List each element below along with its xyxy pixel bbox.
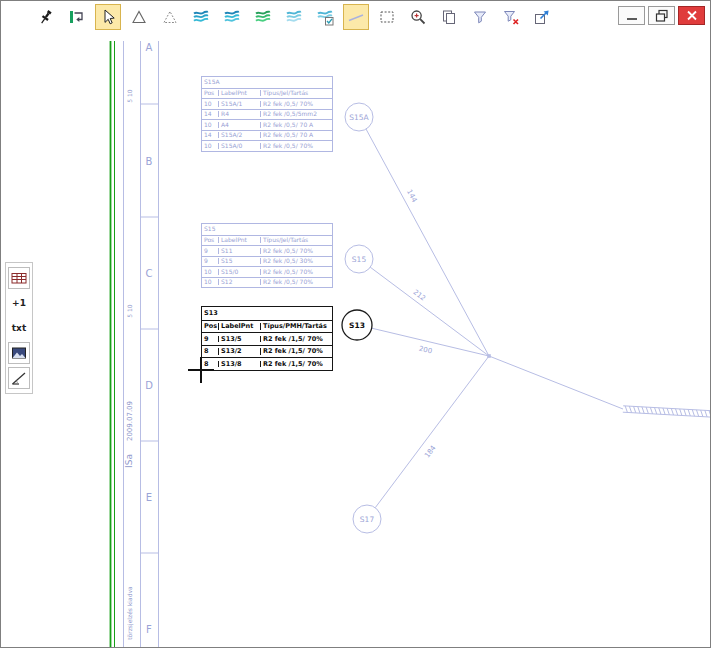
zone-label: D (145, 380, 153, 391)
table-cell: Pos (202, 323, 218, 330)
cable-edge-0[interactable] (366, 129, 489, 356)
table-header-row: PosLabelPntTípus/Jel/Tartás (202, 88, 332, 99)
triangle-outline-tool[interactable] (157, 4, 183, 30)
duct-hatch-tick (638, 407, 640, 414)
cursor-icon (98, 7, 118, 27)
table-cell: R2 fek /1,5/ 70% (260, 348, 332, 355)
surfaces-tool-1[interactable] (188, 4, 214, 30)
table-title: S15 (202, 224, 332, 235)
schematic-svg: ABCDEF5 105 102009.07.09ISatörzsjelzés k… (1, 1, 711, 648)
table-header-row: PosLabelPntTípus/Jel/Tartás (202, 235, 332, 246)
win-close-icon (682, 6, 702, 26)
triangle-tool[interactable] (126, 4, 152, 30)
filter-icon (470, 7, 490, 27)
table-cell: 9 (202, 258, 218, 264)
table-cell: Típus/PMH/Tartás (260, 323, 332, 330)
line-tool[interactable] (343, 4, 369, 30)
tool-palette: +1txt (5, 262, 33, 394)
duct-hatch-tick (650, 407, 652, 414)
table-cell: R2 fek /0,5/ 70% (260, 279, 332, 285)
table-cell: S15A/2 (218, 132, 260, 138)
plus-one-tool[interactable]: +1 (8, 292, 30, 314)
image-tool[interactable] (8, 342, 30, 364)
node-label-S15: S15 (352, 255, 367, 264)
cable-edge-4[interactable] (489, 356, 623, 409)
triangle-dotted-icon (160, 7, 180, 27)
duct-hatch-tick (671, 408, 673, 415)
table-cell: 8 (202, 361, 218, 368)
copy-tool[interactable] (436, 4, 462, 30)
duct-hatch-tick (705, 410, 707, 417)
text-tool[interactable]: txt (8, 317, 30, 339)
table-row: 9S15R2 fek /0,5/ 30% (202, 256, 332, 267)
filter-tool[interactable] (467, 4, 493, 30)
surfaces-tool-3[interactable] (250, 4, 276, 30)
table-row: 10S15/0R2 fek /0,5/ 70% (202, 266, 332, 277)
layers-check-icon (315, 7, 335, 27)
filter-x-icon (501, 7, 521, 27)
drawing-canvas[interactable]: ABCDEF5 105 102009.07.09ISatörzsjelzés k… (1, 1, 710, 647)
table-cell: R2 fek /1,5/ 70% (260, 361, 332, 368)
table-cell: 9 (202, 336, 218, 343)
cable-table-S15A[interactable]: S15APosLabelPntTípus/Jel/Tartás10S15A/1R… (201, 76, 333, 152)
table-cell: 14 (202, 132, 218, 138)
margin-text: ISa (124, 454, 134, 468)
table-cell: Pos (202, 90, 218, 96)
table-cell: 10 (202, 122, 218, 128)
table-title: S13 (202, 307, 332, 320)
export-icon (532, 7, 552, 27)
node-label-S15A: S15A (349, 113, 369, 122)
table-cell: 9 (202, 248, 218, 254)
surfaces-tool-4[interactable] (281, 4, 307, 30)
surfaces-visibility-tool[interactable] (312, 4, 338, 30)
table-cell: R2 fek /1,5/ 70% (260, 336, 332, 343)
copy-icon (439, 7, 459, 27)
cable-edge-1[interactable] (370, 267, 489, 356)
layers-b-icon (222, 7, 242, 27)
fit-view-tool[interactable] (64, 4, 90, 30)
table-cell: LabelPnt (218, 237, 260, 243)
duct-hatch-tick (684, 409, 686, 416)
margin-text: törzsjelzés kiadva (126, 586, 134, 640)
duct-hatch-tick (634, 406, 636, 413)
margin-text: 5 10 (126, 89, 133, 103)
node-label-S13: S13 (349, 321, 365, 330)
duct-hatch-tick (646, 407, 648, 414)
margin-text: 2009.07.09 (126, 401, 134, 441)
table-cell: R2 fek /0,5/ 70 A (260, 132, 332, 138)
pin-tool[interactable] (33, 4, 59, 30)
table-tool[interactable] (8, 267, 30, 289)
cable-edge-3[interactable] (375, 356, 489, 508)
export-tool[interactable] (529, 4, 555, 30)
table-cell: 14 (202, 111, 218, 117)
table-cell: Pos (202, 237, 218, 243)
duct-hatch-tick (701, 410, 703, 417)
table-row: 10A4R2 fek /0,5/ 70 A (202, 119, 332, 130)
table-cell: R2 fek /0,5/ 70% (260, 248, 332, 254)
select-tool[interactable] (95, 4, 121, 30)
table-cell: R2 fek /0,5/ 70% (260, 143, 332, 149)
zone-label: C (146, 268, 153, 279)
zoom-window-tool[interactable] (374, 4, 400, 30)
minimize-button[interactable] (618, 6, 645, 25)
duct-hatch-tick (675, 409, 677, 416)
table-row: 9S13/5R2 fek /1,5/ 70% (202, 332, 332, 345)
zone-label: B (146, 156, 153, 167)
margin-text: 5 10 (126, 304, 133, 318)
table-title: S15A (202, 77, 332, 88)
junction-point[interactable] (487, 354, 491, 358)
zoom-in-tool[interactable] (405, 4, 431, 30)
table-row: 14R4R2 fek /0,5/5mm2 (202, 109, 332, 120)
restore-button[interactable] (648, 6, 675, 25)
cable-table-S13[interactable]: S13PosLabelPntTípus/PMH/Tartás9S13/5R2 f… (201, 306, 333, 371)
cable-table-S15[interactable]: S15PosLabelPntTípus/Jel/Tartás9S11R2 fek… (201, 223, 333, 288)
layers-c-icon (253, 7, 273, 27)
table-cell: Típus/Jel/Tartás (260, 90, 332, 96)
triangle-icon (129, 7, 149, 27)
slope-tool[interactable] (8, 367, 30, 389)
close-button[interactable] (678, 6, 705, 25)
surfaces-tool-2[interactable] (219, 4, 245, 30)
filter-clear-tool[interactable] (498, 4, 524, 30)
table-cell: R2 fek /0,5/5mm2 (260, 111, 332, 117)
app-window: +1txt ABCDEF5 105 102009.07.09ISatörzsje… (0, 0, 711, 648)
